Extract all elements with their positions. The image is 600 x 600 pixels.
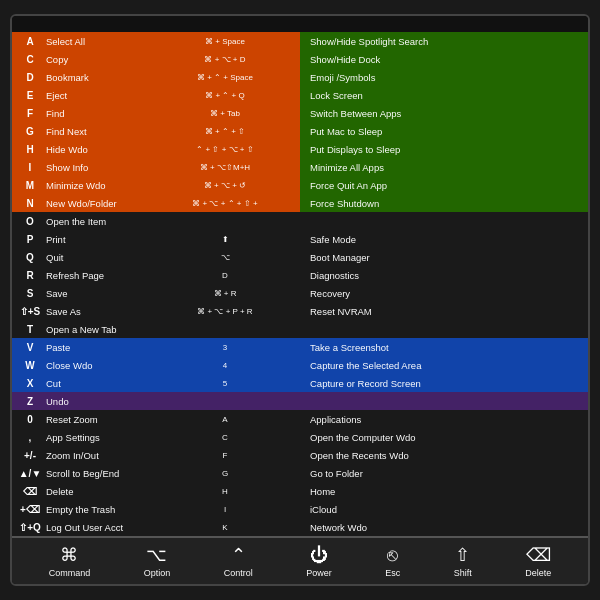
action-label: Paste bbox=[44, 342, 154, 353]
description-label: Put Mac to Sleep bbox=[306, 126, 382, 137]
shortcut-key: S bbox=[16, 288, 44, 299]
shortcut-combo: ⌘ + Tab bbox=[154, 109, 296, 118]
right-row: Force Shutdown bbox=[300, 194, 588, 212]
left-row: 0Reset ZoomA bbox=[12, 410, 300, 428]
shortcut-combo: ⌘ + ⌥ + ↺ bbox=[154, 181, 296, 190]
description-label: Home bbox=[306, 486, 335, 497]
left-row: WClose Wdo4 bbox=[12, 356, 300, 374]
shortcuts-grid: ASelect All⌘ + SpaceCCopy⌘ + ⌥ + DDBookm… bbox=[12, 32, 588, 536]
main-container: ASelect All⌘ + SpaceCCopy⌘ + ⌥ + DDBookm… bbox=[10, 14, 590, 586]
left-row: PPrint⬆ bbox=[12, 230, 300, 248]
shortcut-combo: ⌘ + ⌃ + Space bbox=[154, 73, 296, 82]
action-label: Find Next bbox=[44, 126, 154, 137]
shortcut-combo: I bbox=[154, 505, 296, 514]
shortcut-combo: ⬆ bbox=[154, 235, 296, 244]
description-label: iCloud bbox=[306, 504, 337, 515]
shortcut-combo: K bbox=[154, 523, 296, 532]
description-label: Go to Folder bbox=[306, 468, 363, 479]
page-title bbox=[12, 16, 588, 32]
shortcut-key: W bbox=[16, 360, 44, 371]
shortcut-key: , bbox=[16, 432, 44, 443]
action-label: Copy bbox=[44, 54, 154, 65]
footer-key-label: Power bbox=[306, 568, 332, 578]
left-row: +/-Zoom In/OutF bbox=[12, 446, 300, 464]
shortcut-combo: 4 bbox=[154, 361, 296, 370]
left-row: IShow Info⌘ + ⌥⇧M+H bbox=[12, 158, 300, 176]
right-row: Lock Screen bbox=[300, 86, 588, 104]
action-label: Find bbox=[44, 108, 154, 119]
footer-key-icon: ⎋ bbox=[387, 545, 398, 566]
left-row: +⌫Empty the TrashI bbox=[12, 500, 300, 518]
right-row: Open the Computer Wdo bbox=[300, 428, 588, 446]
shortcut-combo: F bbox=[154, 451, 296, 460]
shortcut-combo: ⌘ + ⌃ + Q bbox=[154, 91, 296, 100]
description-label: Put Displays to Sleep bbox=[306, 144, 400, 155]
shortcut-key: X bbox=[16, 378, 44, 389]
shortcut-key: A bbox=[16, 36, 44, 47]
description-label: Capture the Selected Area bbox=[306, 360, 421, 371]
left-row: ▲/▼Scroll to Beg/EndG bbox=[12, 464, 300, 482]
action-label: Select All bbox=[44, 36, 154, 47]
shortcut-key: ⌫ bbox=[16, 486, 44, 497]
right-row bbox=[300, 320, 588, 338]
left-row: ⇧+SSave As⌘ + ⌥ + P + R bbox=[12, 302, 300, 320]
shortcut-key: G bbox=[16, 126, 44, 137]
right-row: Take a Screenshot bbox=[300, 338, 588, 356]
action-label: Eject bbox=[44, 90, 154, 101]
left-row: FFind⌘ + Tab bbox=[12, 104, 300, 122]
action-label: Close Wdo bbox=[44, 360, 154, 371]
left-row: OOpen the Item bbox=[12, 212, 300, 230]
right-row: Home bbox=[300, 482, 588, 500]
right-row: Boot Manager bbox=[300, 248, 588, 266]
left-row: XCut5 bbox=[12, 374, 300, 392]
description-label: Open the Recents Wdo bbox=[306, 450, 409, 461]
description-label: Show/Hide Spotlight Search bbox=[306, 36, 428, 47]
right-row: Diagnostics bbox=[300, 266, 588, 284]
footer-key-item: ⇧Shift bbox=[454, 544, 472, 578]
footer-key-item: ⌘Command bbox=[49, 544, 91, 578]
description-label: Force Shutdown bbox=[306, 198, 379, 209]
shortcut-key: C bbox=[16, 54, 44, 65]
footer-key-icon: ⌘ bbox=[60, 544, 78, 566]
left-row: TOpen a New Tab bbox=[12, 320, 300, 338]
left-row: ⌫DeleteH bbox=[12, 482, 300, 500]
description-label: Applications bbox=[306, 414, 361, 425]
right-row: Switch Between Apps bbox=[300, 104, 588, 122]
action-label: Log Out User Acct bbox=[44, 522, 154, 533]
shortcut-key: N bbox=[16, 198, 44, 209]
footer-key-label: Delete bbox=[525, 568, 551, 578]
shortcut-combo: ⌘ + R bbox=[154, 289, 296, 298]
right-row: Show/Hide Dock bbox=[300, 50, 588, 68]
right-row: Open the Recents Wdo bbox=[300, 446, 588, 464]
action-label: Empty the Trash bbox=[44, 504, 154, 515]
shortcut-combo: ⌘ + ⌃ + ⇧ bbox=[154, 127, 296, 136]
left-row: ASelect All⌘ + Space bbox=[12, 32, 300, 50]
shortcut-key: ⇧+Q bbox=[16, 522, 44, 533]
shortcut-combo: ⌘ + ⌥⇧M+H bbox=[154, 163, 296, 172]
right-row bbox=[300, 212, 588, 230]
description-label: Network Wdo bbox=[306, 522, 367, 533]
right-row: Show/Hide Spotlight Search bbox=[300, 32, 588, 50]
footer-key-item: ⌫Delete bbox=[525, 544, 551, 578]
left-row: MMinimize Wdo⌘ + ⌥ + ↺ bbox=[12, 176, 300, 194]
action-label: Reset Zoom bbox=[44, 414, 154, 425]
shortcut-combo: 5 bbox=[154, 379, 296, 388]
shortcut-key: H bbox=[16, 144, 44, 155]
footer-key-label: Command bbox=[49, 568, 91, 578]
shortcut-combo: H bbox=[154, 487, 296, 496]
description-label: Emoji /Symbols bbox=[306, 72, 375, 83]
action-label: Open the Item bbox=[44, 216, 154, 227]
right-row: Emoji /Symbols bbox=[300, 68, 588, 86]
right-row: Applications bbox=[300, 410, 588, 428]
description-label: Recovery bbox=[306, 288, 350, 299]
left-row: ⇧+QLog Out User AcctK bbox=[12, 518, 300, 536]
right-row: Capture or Record Screen bbox=[300, 374, 588, 392]
right-row: Network Wdo bbox=[300, 518, 588, 536]
action-label: App Settings bbox=[44, 432, 154, 443]
footer-key-icon: ⌥ bbox=[146, 544, 167, 566]
description-label: Boot Manager bbox=[306, 252, 370, 263]
footer-key-label: Control bbox=[224, 568, 253, 578]
footer-key-label: Option bbox=[144, 568, 171, 578]
shortcut-key: V bbox=[16, 342, 44, 353]
left-row: NNew Wdo/Folder⌘ + ⌥ + ⌃ + ⇧ + bbox=[12, 194, 300, 212]
